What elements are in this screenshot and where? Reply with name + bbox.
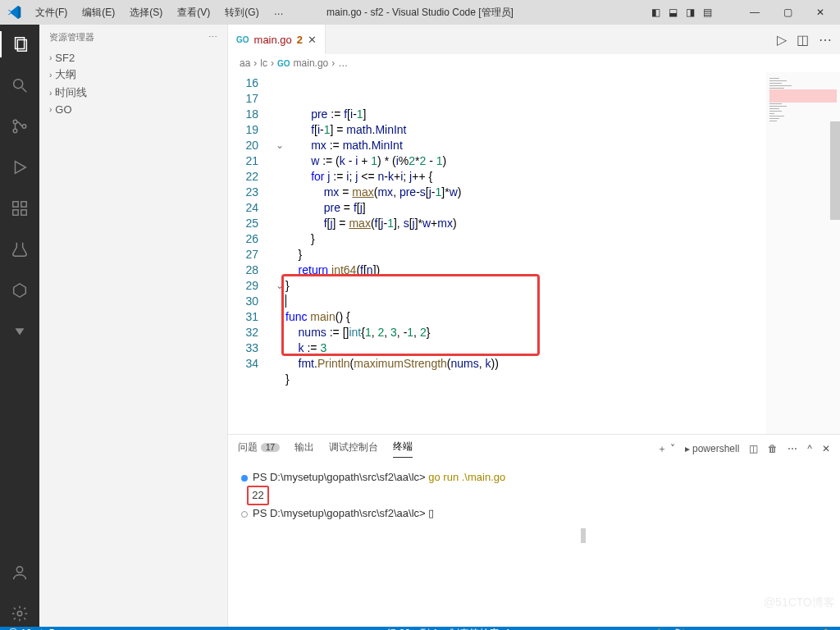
fold-toggle[interactable] xyxy=(273,340,285,356)
layout-panel-bottom-icon[interactable]: ⬓ xyxy=(669,7,678,18)
code-line[interactable]: pre := f[i-1] xyxy=(285,107,766,122)
code-line[interactable]: pre = f[j] xyxy=(285,200,766,216)
breadcrumb-file[interactable]: main.go xyxy=(294,57,329,69)
code-editor[interactable]: 16171819202122232425262728293031323334 ⌄… xyxy=(228,72,840,434)
panel-more-icon[interactable]: ⋯ xyxy=(788,443,797,454)
code-line[interactable]: f[i-1] = math.MinInt xyxy=(285,122,766,138)
code-line[interactable]: } xyxy=(285,372,766,387)
code-line[interactable]: fmt.Println(maximumStrength(nums, k)) xyxy=(285,356,766,372)
activity-hex-icon[interactable] xyxy=(0,277,39,304)
activity-extensions-icon[interactable] xyxy=(0,195,39,221)
code-line[interactable] xyxy=(285,387,766,403)
more-actions-icon[interactable]: ⋯ xyxy=(819,32,832,48)
code-line[interactable]: f[j] = max(f[j-1], s[j]*w+mx) xyxy=(285,216,766,231)
code-line[interactable]: } xyxy=(285,278,766,294)
panel-tab-output[interactable]: 输出 xyxy=(294,441,314,458)
fold-toggle[interactable] xyxy=(273,153,285,169)
fold-toggle[interactable] xyxy=(273,309,285,325)
activity-explorer-icon[interactable] xyxy=(0,31,39,57)
split-terminal-icon[interactable]: ◫ xyxy=(749,443,758,454)
close-icon[interactable]: ✕ xyxy=(308,34,317,46)
menu-goto[interactable]: 转到(G) xyxy=(218,2,265,23)
fold-toggle[interactable] xyxy=(273,169,285,185)
breadcrumbs[interactable]: aa› lc› GO main.go› … xyxy=(228,54,840,72)
activity-testing-icon[interactable] xyxy=(0,236,39,262)
fold-toggle[interactable] xyxy=(273,247,285,262)
new-terminal-icon[interactable]: ＋ ˅ xyxy=(657,442,674,456)
code-line[interactable]: for j := i; j <= n-k+i; j++ { xyxy=(285,169,766,185)
terminal-scrollbar-thumb[interactable] xyxy=(581,528,586,543)
fold-gutter[interactable]: ⌄⌄ xyxy=(273,72,285,434)
code-line[interactable]: } xyxy=(285,247,766,262)
fold-toggle[interactable] xyxy=(273,216,285,231)
sidebar-more-icon[interactable]: ⋯ xyxy=(208,32,217,43)
status-ln-col[interactable]: 行 28，列 1 xyxy=(386,627,438,630)
code-line[interactable]: ​ xyxy=(285,294,766,309)
menu-edit[interactable]: 编辑(E) xyxy=(75,2,121,23)
shell-indicator[interactable]: ▸ powershell xyxy=(685,443,740,454)
panel-close-icon[interactable]: ✕ xyxy=(822,443,830,454)
fold-toggle[interactable] xyxy=(273,325,285,340)
fold-toggle[interactable] xyxy=(273,262,285,278)
fold-toggle[interactable] xyxy=(273,107,285,122)
minimap[interactable]: ▬▬▬▬▬▬▬▬▬▬▬▬▬▬▬▬▬▬▬▬▬▬▬▬▬▬▬▬▬▬▬▬▬▬▬▬▬▬▬▬… xyxy=(766,72,840,434)
breadcrumb-more[interactable]: … xyxy=(338,57,348,69)
code-line[interactable]: mx = max(mx, pre-s[j-1]*w) xyxy=(285,185,766,200)
run-icon[interactable]: ▷ xyxy=(777,32,787,48)
menu-file[interactable]: 文件(F) xyxy=(29,2,74,23)
panel-maximize-icon[interactable]: ^ xyxy=(807,443,812,454)
terminal[interactable]: PS D:\mysetup\gopath\src\sf2\aa\lc> go r… xyxy=(228,463,840,627)
svg-marker-7 xyxy=(16,162,26,174)
activity-triangle-icon[interactable] xyxy=(0,318,39,345)
window-close-icon[interactable]: ✕ xyxy=(804,0,837,25)
fold-toggle[interactable] xyxy=(273,75,285,91)
activity-accounts-icon[interactable] xyxy=(0,559,39,586)
menu-more[interactable]: … xyxy=(267,2,290,23)
layout-customize-icon[interactable]: ▤ xyxy=(703,7,712,18)
fold-toggle[interactable] xyxy=(273,356,285,372)
fold-toggle[interactable] xyxy=(273,231,285,247)
status-tabsize[interactable]: 制表符长度: 4 xyxy=(450,627,509,630)
activity-run-icon[interactable] xyxy=(0,154,39,180)
problems-badge: 17 xyxy=(261,443,280,452)
sidebar-item-outline[interactable]: ›大纲 xyxy=(39,66,227,84)
breadcrumb-aa[interactable]: aa xyxy=(240,57,250,69)
code-line[interactable]: func main() { xyxy=(285,309,766,325)
code-line[interactable]: k := 3 xyxy=(285,340,766,356)
menu-select[interactable]: 选择(S) xyxy=(123,2,169,23)
sidebar-item-sf2[interactable]: ›SF2 xyxy=(39,50,227,66)
fold-toggle[interactable] xyxy=(273,294,285,309)
layout-panel-right-icon[interactable]: ◨ xyxy=(686,7,695,18)
breadcrumb-lc[interactable]: lc xyxy=(260,57,267,69)
sidebar-item-timeline[interactable]: ›时间线 xyxy=(39,84,227,102)
code-line[interactable]: return int64(f[n]) xyxy=(285,262,766,278)
code-line[interactable]: w := (k - i + 1) * (i%2*2 - 1) xyxy=(285,153,766,169)
fold-toggle[interactable] xyxy=(273,91,285,107)
fold-toggle[interactable]: ⌄ xyxy=(273,278,285,294)
code-line[interactable]: } xyxy=(285,231,766,247)
fold-toggle[interactable]: ⌄ xyxy=(273,138,285,153)
code-line[interactable]: nums := []int{1, 2, 3, -1, 2} xyxy=(285,325,766,340)
window-minimize-icon[interactable]: — xyxy=(738,0,771,25)
activity-settings-icon[interactable] xyxy=(0,600,39,627)
sidebar-item-go[interactable]: ›GO xyxy=(39,102,227,117)
panel-tab-terminal[interactable]: 终端 xyxy=(393,440,413,458)
code-line[interactable]: mx := math.MinInt xyxy=(285,138,766,153)
activity-scm-icon[interactable] xyxy=(0,113,39,139)
panel-tab-problems[interactable]: 问题17 xyxy=(238,441,280,458)
menu-view[interactable]: 查看(V) xyxy=(171,2,217,23)
code-content[interactable]: pre := f[i-1] f[i-1] = math.MinInt mx :=… xyxy=(285,72,766,434)
fold-toggle[interactable] xyxy=(273,200,285,216)
layout-panel-left-icon[interactable]: ◧ xyxy=(651,7,660,18)
kill-terminal-icon[interactable]: 🗑 xyxy=(768,443,778,454)
status-errors[interactable]: ⓧ 12 ⚠ 5 xyxy=(8,627,54,630)
fold-toggle[interactable] xyxy=(273,122,285,138)
split-editor-icon[interactable]: ◫ xyxy=(797,32,809,48)
panel-tab-debug[interactable]: 调试控制台 xyxy=(329,441,378,458)
scrollbar-thumb[interactable] xyxy=(830,121,840,220)
window-maximize-icon[interactable]: ▢ xyxy=(771,0,804,25)
panel-tabs: 问题17 输出 调试控制台 终端 ＋ ˅ ▸ powershell ◫ 🗑 ⋯ … xyxy=(228,435,840,463)
fold-toggle[interactable] xyxy=(273,185,285,200)
tab-main-go[interactable]: GO main.go 2 ✕ xyxy=(228,25,326,54)
activity-search-icon[interactable] xyxy=(0,72,39,98)
